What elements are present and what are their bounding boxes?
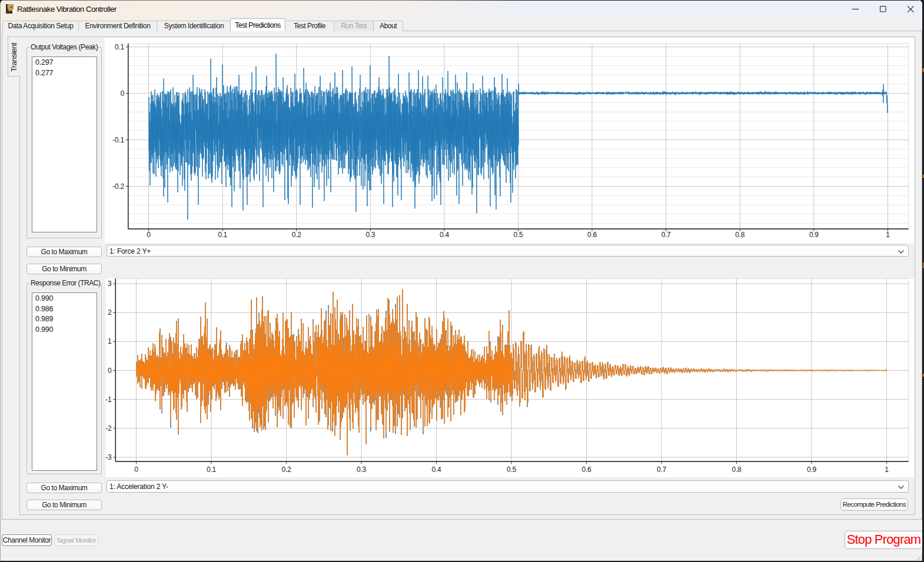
svg-text:-0.2: -0.2 — [112, 182, 124, 191]
svg-text:0.1: 0.1 — [115, 43, 124, 51]
svg-text:0.5: 0.5 — [507, 465, 516, 474]
svg-text:0.1: 0.1 — [218, 231, 227, 239]
svg-text:0.7: 0.7 — [657, 465, 666, 474]
svg-text:0: 0 — [120, 89, 124, 98]
svg-text:0.6: 0.6 — [582, 465, 591, 474]
svg-text:0.8: 0.8 — [735, 231, 744, 239]
svg-text:-0.1: -0.1 — [112, 136, 124, 144]
svg-text:0.4: 0.4 — [440, 231, 449, 239]
svg-text:0.9: 0.9 — [807, 465, 816, 474]
svg-text:2: 2 — [108, 308, 112, 317]
svg-text:3: 3 — [108, 280, 112, 288]
svg-text:0.6: 0.6 — [587, 231, 597, 239]
svg-text:0.3: 0.3 — [357, 465, 366, 474]
svg-text:0.2: 0.2 — [292, 231, 301, 239]
svg-text:-3: -3 — [105, 453, 112, 461]
svg-text:0.8: 0.8 — [732, 465, 742, 474]
svg-text:1: 1 — [885, 465, 889, 474]
svg-text:0.1: 0.1 — [207, 465, 216, 474]
svg-text:0.5: 0.5 — [514, 231, 523, 239]
svg-text:0: 0 — [147, 231, 151, 239]
svg-text:0.7: 0.7 — [662, 231, 671, 239]
svg-text:-1: -1 — [105, 395, 112, 404]
svg-text:0.4: 0.4 — [432, 465, 441, 474]
svg-text:0: 0 — [134, 465, 138, 474]
svg-text:1: 1 — [886, 231, 890, 239]
svg-text:0.9: 0.9 — [809, 231, 819, 239]
svg-text:1: 1 — [108, 337, 112, 345]
svg-text:0.2: 0.2 — [282, 465, 291, 474]
svg-text:0.3: 0.3 — [365, 231, 375, 239]
svg-text:0: 0 — [108, 367, 112, 375]
svg-text:-2: -2 — [105, 424, 112, 433]
